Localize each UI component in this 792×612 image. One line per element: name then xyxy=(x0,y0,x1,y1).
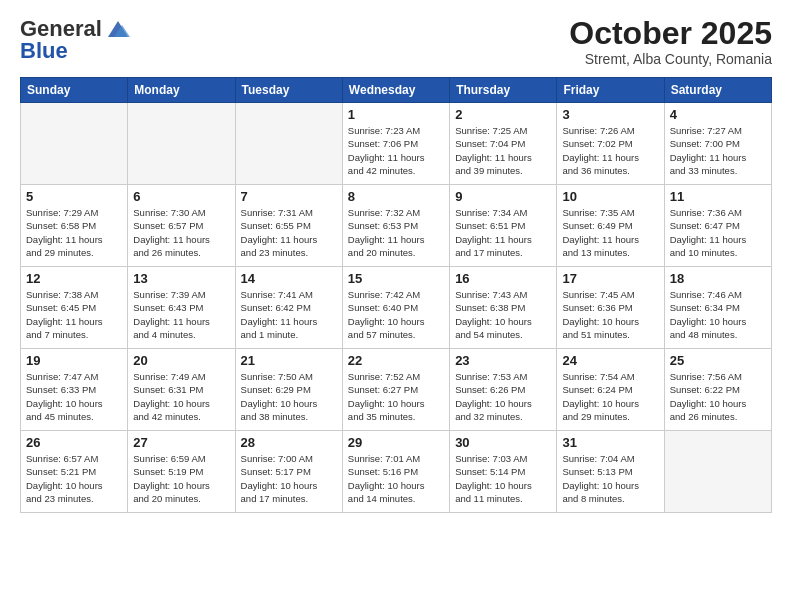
day-info: Sunrise: 6:59 AM Sunset: 5:19 PM Dayligh… xyxy=(133,452,229,505)
calendar-cell: 26Sunrise: 6:57 AM Sunset: 5:21 PM Dayli… xyxy=(21,431,128,513)
calendar-table: SundayMondayTuesdayWednesdayThursdayFrid… xyxy=(20,77,772,513)
day-number: 15 xyxy=(348,271,444,286)
day-number: 2 xyxy=(455,107,551,122)
day-number: 9 xyxy=(455,189,551,204)
calendar-cell: 17Sunrise: 7:45 AM Sunset: 6:36 PM Dayli… xyxy=(557,267,664,349)
day-info: Sunrise: 7:53 AM Sunset: 6:26 PM Dayligh… xyxy=(455,370,551,423)
calendar-cell: 11Sunrise: 7:36 AM Sunset: 6:47 PM Dayli… xyxy=(664,185,771,267)
day-number: 25 xyxy=(670,353,766,368)
calendar-cell: 19Sunrise: 7:47 AM Sunset: 6:33 PM Dayli… xyxy=(21,349,128,431)
weekday-header: Tuesday xyxy=(235,78,342,103)
day-info: Sunrise: 7:39 AM Sunset: 6:43 PM Dayligh… xyxy=(133,288,229,341)
calendar-cell: 12Sunrise: 7:38 AM Sunset: 6:45 PM Dayli… xyxy=(21,267,128,349)
calendar-cell: 20Sunrise: 7:49 AM Sunset: 6:31 PM Dayli… xyxy=(128,349,235,431)
calendar-cell: 6Sunrise: 7:30 AM Sunset: 6:57 PM Daylig… xyxy=(128,185,235,267)
day-number: 5 xyxy=(26,189,122,204)
weekday-header: Wednesday xyxy=(342,78,449,103)
day-number: 8 xyxy=(348,189,444,204)
calendar-cell: 14Sunrise: 7:41 AM Sunset: 6:42 PM Dayli… xyxy=(235,267,342,349)
calendar-cell xyxy=(128,103,235,185)
day-info: Sunrise: 7:45 AM Sunset: 6:36 PM Dayligh… xyxy=(562,288,658,341)
day-number: 19 xyxy=(26,353,122,368)
calendar-cell: 18Sunrise: 7:46 AM Sunset: 6:34 PM Dayli… xyxy=(664,267,771,349)
day-number: 10 xyxy=(562,189,658,204)
calendar-week-row: 12Sunrise: 7:38 AM Sunset: 6:45 PM Dayli… xyxy=(21,267,772,349)
logo-blue: Blue xyxy=(20,38,68,64)
day-info: Sunrise: 7:36 AM Sunset: 6:47 PM Dayligh… xyxy=(670,206,766,259)
day-info: Sunrise: 7:52 AM Sunset: 6:27 PM Dayligh… xyxy=(348,370,444,423)
day-info: Sunrise: 7:32 AM Sunset: 6:53 PM Dayligh… xyxy=(348,206,444,259)
calendar-week-row: 5Sunrise: 7:29 AM Sunset: 6:58 PM Daylig… xyxy=(21,185,772,267)
day-number: 11 xyxy=(670,189,766,204)
day-number: 29 xyxy=(348,435,444,450)
day-number: 1 xyxy=(348,107,444,122)
calendar-cell: 30Sunrise: 7:03 AM Sunset: 5:14 PM Dayli… xyxy=(450,431,557,513)
day-info: Sunrise: 6:57 AM Sunset: 5:21 PM Dayligh… xyxy=(26,452,122,505)
day-number: 7 xyxy=(241,189,337,204)
day-info: Sunrise: 7:56 AM Sunset: 6:22 PM Dayligh… xyxy=(670,370,766,423)
day-info: Sunrise: 7:42 AM Sunset: 6:40 PM Dayligh… xyxy=(348,288,444,341)
day-info: Sunrise: 7:30 AM Sunset: 6:57 PM Dayligh… xyxy=(133,206,229,259)
calendar-week-row: 19Sunrise: 7:47 AM Sunset: 6:33 PM Dayli… xyxy=(21,349,772,431)
day-info: Sunrise: 7:23 AM Sunset: 7:06 PM Dayligh… xyxy=(348,124,444,177)
day-info: Sunrise: 7:26 AM Sunset: 7:02 PM Dayligh… xyxy=(562,124,658,177)
day-number: 3 xyxy=(562,107,658,122)
calendar-cell: 31Sunrise: 7:04 AM Sunset: 5:13 PM Dayli… xyxy=(557,431,664,513)
day-info: Sunrise: 7:31 AM Sunset: 6:55 PM Dayligh… xyxy=(241,206,337,259)
day-number: 12 xyxy=(26,271,122,286)
calendar-cell: 4Sunrise: 7:27 AM Sunset: 7:00 PM Daylig… xyxy=(664,103,771,185)
day-info: Sunrise: 7:25 AM Sunset: 7:04 PM Dayligh… xyxy=(455,124,551,177)
calendar-cell: 25Sunrise: 7:56 AM Sunset: 6:22 PM Dayli… xyxy=(664,349,771,431)
day-number: 28 xyxy=(241,435,337,450)
calendar-cell: 27Sunrise: 6:59 AM Sunset: 5:19 PM Dayli… xyxy=(128,431,235,513)
logo-icon xyxy=(104,19,132,39)
calendar-cell: 8Sunrise: 7:32 AM Sunset: 6:53 PM Daylig… xyxy=(342,185,449,267)
day-number: 18 xyxy=(670,271,766,286)
day-info: Sunrise: 7:00 AM Sunset: 5:17 PM Dayligh… xyxy=(241,452,337,505)
calendar-cell: 10Sunrise: 7:35 AM Sunset: 6:49 PM Dayli… xyxy=(557,185,664,267)
calendar-cell xyxy=(235,103,342,185)
day-info: Sunrise: 7:27 AM Sunset: 7:00 PM Dayligh… xyxy=(670,124,766,177)
day-number: 24 xyxy=(562,353,658,368)
day-number: 31 xyxy=(562,435,658,450)
day-info: Sunrise: 7:35 AM Sunset: 6:49 PM Dayligh… xyxy=(562,206,658,259)
day-info: Sunrise: 7:29 AM Sunset: 6:58 PM Dayligh… xyxy=(26,206,122,259)
day-number: 27 xyxy=(133,435,229,450)
title-area: October 2025 Stremt, Alba County, Romani… xyxy=(569,16,772,67)
calendar-cell: 23Sunrise: 7:53 AM Sunset: 6:26 PM Dayli… xyxy=(450,349,557,431)
calendar-cell: 21Sunrise: 7:50 AM Sunset: 6:29 PM Dayli… xyxy=(235,349,342,431)
calendar-cell: 28Sunrise: 7:00 AM Sunset: 5:17 PM Dayli… xyxy=(235,431,342,513)
day-number: 20 xyxy=(133,353,229,368)
day-number: 4 xyxy=(670,107,766,122)
calendar-cell: 5Sunrise: 7:29 AM Sunset: 6:58 PM Daylig… xyxy=(21,185,128,267)
day-info: Sunrise: 7:01 AM Sunset: 5:16 PM Dayligh… xyxy=(348,452,444,505)
day-number: 13 xyxy=(133,271,229,286)
day-info: Sunrise: 7:03 AM Sunset: 5:14 PM Dayligh… xyxy=(455,452,551,505)
calendar-cell: 13Sunrise: 7:39 AM Sunset: 6:43 PM Dayli… xyxy=(128,267,235,349)
day-info: Sunrise: 7:34 AM Sunset: 6:51 PM Dayligh… xyxy=(455,206,551,259)
day-number: 26 xyxy=(26,435,122,450)
weekday-header: Friday xyxy=(557,78,664,103)
day-info: Sunrise: 7:41 AM Sunset: 6:42 PM Dayligh… xyxy=(241,288,337,341)
day-number: 17 xyxy=(562,271,658,286)
day-info: Sunrise: 7:47 AM Sunset: 6:33 PM Dayligh… xyxy=(26,370,122,423)
weekday-header: Monday xyxy=(128,78,235,103)
month-title: October 2025 xyxy=(569,16,772,51)
day-number: 23 xyxy=(455,353,551,368)
calendar-cell xyxy=(664,431,771,513)
calendar-cell: 29Sunrise: 7:01 AM Sunset: 5:16 PM Dayli… xyxy=(342,431,449,513)
calendar-cell: 9Sunrise: 7:34 AM Sunset: 6:51 PM Daylig… xyxy=(450,185,557,267)
day-info: Sunrise: 7:49 AM Sunset: 6:31 PM Dayligh… xyxy=(133,370,229,423)
calendar-week-row: 1Sunrise: 7:23 AM Sunset: 7:06 PM Daylig… xyxy=(21,103,772,185)
day-info: Sunrise: 7:50 AM Sunset: 6:29 PM Dayligh… xyxy=(241,370,337,423)
weekday-header-row: SundayMondayTuesdayWednesdayThursdayFrid… xyxy=(21,78,772,103)
calendar-cell xyxy=(21,103,128,185)
day-info: Sunrise: 7:54 AM Sunset: 6:24 PM Dayligh… xyxy=(562,370,658,423)
calendar-cell: 24Sunrise: 7:54 AM Sunset: 6:24 PM Dayli… xyxy=(557,349,664,431)
day-number: 16 xyxy=(455,271,551,286)
day-info: Sunrise: 7:04 AM Sunset: 5:13 PM Dayligh… xyxy=(562,452,658,505)
calendar-cell: 1Sunrise: 7:23 AM Sunset: 7:06 PM Daylig… xyxy=(342,103,449,185)
calendar-cell: 2Sunrise: 7:25 AM Sunset: 7:04 PM Daylig… xyxy=(450,103,557,185)
weekday-header: Sunday xyxy=(21,78,128,103)
calendar-cell: 16Sunrise: 7:43 AM Sunset: 6:38 PM Dayli… xyxy=(450,267,557,349)
